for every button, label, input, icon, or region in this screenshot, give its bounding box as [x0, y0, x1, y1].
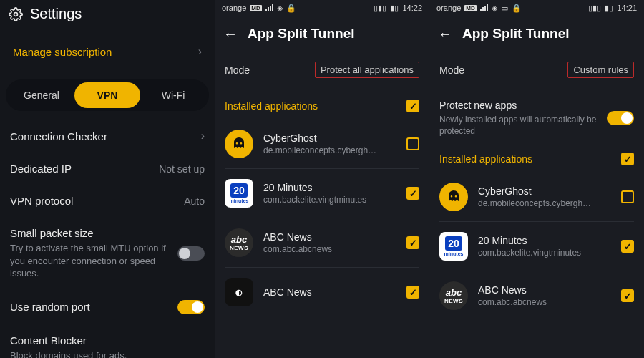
select-all-checkbox[interactable] — [406, 100, 419, 112]
installed-label: Installed applications — [225, 100, 318, 112]
app-checkbox[interactable] — [406, 187, 419, 200]
app-row-20minutes[interactable]: 20minutes 20 Minutes com.backelite.vingt… — [215, 169, 429, 218]
tab-vpn[interactable]: VPN — [74, 82, 140, 108]
manage-subscription-label: Manage subscription — [13, 46, 112, 58]
app-name: 20 Minutes — [263, 182, 396, 193]
status-bar: orange MD ◈ ▭ 🔒 ▯▮▯ ▮▯ 14:21 — [429, 0, 644, 16]
connection-checker-row[interactable]: Connection Checker › — [0, 120, 215, 153]
carrier-badge: MD — [464, 5, 476, 11]
select-all-checkbox[interactable] — [621, 153, 634, 165]
app-row-cyberghost[interactable]: CyberGhost de.mobileconcepts.cybergh… — [215, 120, 429, 168]
app-row-20minutes[interactable]: 20minutes 20 Minutes com.backelite.vingt… — [429, 222, 644, 271]
svg-point-0 — [14, 12, 18, 16]
status-time: 14:22 — [402, 4, 422, 12]
app-name: ABC News — [263, 231, 396, 243]
installed-label: Installed applications — [439, 153, 532, 165]
tab-general[interactable]: General — [9, 82, 74, 108]
settings-tabs: General VPN Wi-Fi — [6, 79, 209, 111]
dedicated-ip-value: Not set up — [159, 163, 205, 175]
app-icon-cyberghost — [439, 183, 468, 211]
app-checkbox[interactable] — [621, 240, 634, 253]
signal-icon — [265, 4, 273, 11]
carrier-label: orange — [436, 4, 461, 12]
back-button[interactable]: ← — [223, 26, 238, 41]
vpn-protocol-value: Auto — [184, 195, 205, 207]
app-name: CyberGhost — [263, 132, 396, 144]
app-name: 20 Minutes — [478, 235, 611, 246]
app-row-cyberghost[interactable]: CyberGhost de.mobileconcepts.cybergh… — [429, 173, 644, 221]
vpn-protocol-row[interactable]: VPN protocol Auto — [0, 185, 215, 217]
content-blocker-desc: Block domains used for ads, — [10, 349, 199, 358]
dedicated-ip-row[interactable]: Dedicated IP Not set up — [0, 153, 215, 185]
app-icon-20minutes: 20minutes — [225, 179, 253, 208]
lock-icon: 🔒 — [512, 4, 522, 13]
content-blocker-label: Content Blocker — [10, 334, 199, 347]
manage-subscription-row[interactable]: Manage subscription › — [6, 35, 209, 68]
status-bar: orange MD ◈ 🔒 ▯▮▯ ▮▯ 14:22 — [215, 0, 429, 16]
app-package: de.mobileconcepts.cybergh… — [263, 145, 396, 155]
app-icon-abcnews-2: ◐ — [225, 278, 253, 306]
signal-icon — [480, 4, 488, 11]
connection-checker-label: Connection Checker — [10, 130, 107, 142]
app-icon-20minutes: 20minutes — [439, 232, 468, 261]
wifi-icon: ◈ — [492, 4, 497, 13]
app-row-abcnews[interactable]: abcNEWS ABC News com.abc.abcnews — [215, 218, 429, 267]
settings-header: Settings — [0, 0, 215, 31]
random-port-label: Use random port — [10, 301, 90, 313]
page-title: App Split Tunnel — [462, 26, 570, 42]
mode-row[interactable]: Mode Protect all applications — [215, 54, 429, 91]
app-package: com.abc.abcnews — [478, 297, 611, 307]
app-row-abcnews[interactable]: abcNEWS ABC News com.abc.abcnews — [429, 271, 644, 320]
app-name: ABC News — [478, 284, 611, 296]
wifi-icon: ◈ — [277, 4, 283, 13]
dedicated-ip-label: Dedicated IP — [10, 163, 72, 175]
app-package: de.mobileconcepts.cybergh… — [478, 198, 611, 208]
mode-label: Mode — [225, 64, 250, 76]
installed-section-header: Installed applications — [215, 91, 429, 120]
settings-list: Connection Checker › Dedicated IP Not se… — [0, 120, 215, 358]
settings-pane: Settings Manage subscription › General V… — [0, 0, 215, 358]
vibrate-icon: ▯▮▯ — [588, 4, 601, 13]
battery-icon: ▮▯ — [390, 4, 399, 13]
app-package: com.backelite.vingtminutes — [263, 195, 396, 205]
chevron-right-icon: › — [198, 45, 202, 58]
app-checkbox[interactable] — [406, 286, 419, 299]
chevron-right-icon: › — [201, 130, 205, 142]
protect-new-apps-toggle[interactable] — [607, 111, 634, 125]
tab-wifi[interactable]: Wi-Fi — [140, 82, 206, 108]
app-name: ABC News — [263, 286, 396, 298]
mode-row[interactable]: Mode Custom rules — [429, 54, 644, 91]
random-port-toggle[interactable] — [177, 300, 205, 314]
settings-title: Settings — [30, 6, 82, 22]
lock-icon: 🔒 — [286, 4, 296, 13]
installed-section-header: Installed applications — [429, 144, 644, 173]
protect-new-apps-desc: Newly installed apps will automatically … — [439, 114, 600, 137]
app-row-abcnews-2[interactable]: ◐ ABC News — [215, 268, 429, 316]
random-port-row: Use random port — [0, 290, 215, 324]
carrier-badge: MD — [250, 5, 261, 11]
page-header: ← App Split Tunnel — [429, 16, 644, 54]
mode-value: Protect all applications — [315, 62, 419, 78]
split-tunnel-protect-all-pane: orange MD ◈ 🔒 ▯▮▯ ▮▯ 14:22 ← App Split T… — [215, 0, 429, 358]
app-checkbox[interactable] — [406, 236, 419, 249]
app-checkbox[interactable] — [621, 289, 634, 302]
laptop-icon: ▭ — [501, 4, 508, 13]
small-packet-label: Small packet size — [10, 227, 172, 239]
small-packet-row: Small packet size Try to activate the sm… — [0, 217, 215, 290]
page-title: App Split Tunnel — [248, 26, 355, 42]
app-checkbox[interactable] — [406, 137, 419, 150]
vpn-protocol-label: VPN protocol — [10, 195, 73, 207]
split-tunnel-custom-pane: orange MD ◈ ▭ 🔒 ▯▮▯ ▮▯ 14:21 ← App Split… — [429, 0, 644, 358]
back-button[interactable]: ← — [438, 26, 452, 41]
app-checkbox[interactable] — [621, 190, 634, 203]
battery-icon: ▮▯ — [605, 4, 613, 13]
status-time: 14:21 — [617, 4, 637, 12]
mode-value: Custom rules — [567, 62, 634, 78]
app-icon-abcnews: abcNEWS — [439, 281, 468, 310]
small-packet-desc: Try to activate the small MTU option if … — [10, 242, 172, 280]
vibrate-icon: ▯▮▯ — [374, 4, 386, 13]
gear-icon — [9, 7, 23, 21]
protect-new-apps-label: Protect new apps — [439, 100, 600, 111]
small-packet-toggle[interactable] — [177, 246, 205, 261]
page-header: ← App Split Tunnel — [215, 16, 429, 54]
